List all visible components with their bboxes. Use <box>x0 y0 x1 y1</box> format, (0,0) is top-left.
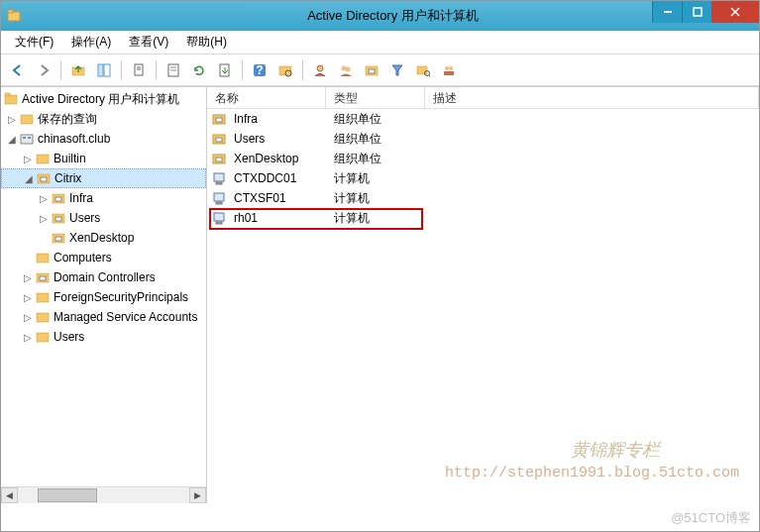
column-header-name[interactable]: 名称 <box>207 87 326 108</box>
tree-xendesktop[interactable]: XenDesktop <box>1 228 206 248</box>
show-hide-tree-button[interactable] <box>93 59 115 81</box>
list-cell-name: CTXSF01 <box>234 191 286 205</box>
tree-domain-controllers[interactable]: ▷ Domain Controllers <box>1 267 206 287</box>
expander-icon[interactable]: ▷ <box>21 292 35 303</box>
tree-builtin[interactable]: ▷ Builtin <box>1 149 206 168</box>
horizontal-scrollbar[interactable]: ◀ ▶ <box>1 486 206 503</box>
tree-label: XenDesktop <box>69 231 134 245</box>
window-title: Active Directory 用户和计算机 <box>27 7 759 25</box>
tree-label: Builtin <box>54 152 86 165</box>
list-cell-type: 计算机 <box>326 170 425 187</box>
find-button[interactable] <box>274 59 296 81</box>
properties-button[interactable] <box>163 59 184 81</box>
folder-icon <box>35 289 51 305</box>
up-folder-button[interactable] <box>67 59 89 81</box>
tree-saved-queries[interactable]: ▷ 保存的查询 <box>1 109 206 129</box>
filter-button[interactable] <box>386 59 408 81</box>
add-criteria-button[interactable] <box>438 59 460 81</box>
svg-rect-33 <box>21 115 33 124</box>
ou-icon <box>211 151 227 166</box>
minimize-button[interactable] <box>652 1 682 23</box>
tree-label: Users <box>69 211 100 225</box>
scroll-thumb[interactable] <box>38 488 97 502</box>
scroll-right-button[interactable]: ▶ <box>189 487 206 503</box>
list-row[interactable]: CTXDDC01计算机 <box>207 168 759 188</box>
svg-rect-39 <box>41 177 47 181</box>
expander-icon[interactable]: ▷ <box>5 114 19 125</box>
cut-button[interactable] <box>128 59 150 81</box>
tree-users-container[interactable]: ▷ Users <box>1 327 206 347</box>
maximize-button[interactable] <box>682 1 711 23</box>
tree-infra[interactable]: ▷ Infra <box>1 188 206 208</box>
menu-help[interactable]: 帮助(H) <box>178 31 235 53</box>
tree-label: Citrix <box>54 171 81 185</box>
tree-msa[interactable]: ▷ Managed Service Accounts <box>1 307 206 327</box>
tree-users-ou[interactable]: ▷ Users <box>1 208 206 228</box>
tree-label: Domain Controllers <box>54 270 156 284</box>
expander-icon[interactable] <box>37 233 51 244</box>
expander-icon[interactable]: ▷ <box>37 193 51 204</box>
list-row[interactable]: CTXSF01计算机 <box>207 188 759 208</box>
export-list-button[interactable] <box>214 59 236 81</box>
tree-label: 保存的查询 <box>38 111 97 128</box>
column-header-type[interactable]: 类型 <box>326 87 425 108</box>
ou-icon <box>211 131 227 147</box>
list-row[interactable]: Infra组织单位 <box>207 109 759 129</box>
list-row[interactable]: rh01计算机 <box>207 208 759 228</box>
list-row[interactable]: XenDesktop组织单位 <box>207 149 759 168</box>
ou-icon <box>51 190 66 206</box>
tree-label: Infra <box>69 191 93 205</box>
menu-action[interactable]: 操作(A) <box>63 31 119 53</box>
menu-view[interactable]: 查看(V) <box>121 31 176 53</box>
list-header: 名称 类型 描述 <box>207 87 759 109</box>
tree-label: Computers <box>54 251 112 265</box>
list-pane: 名称 类型 描述 Infra组织单位Users组织单位XenDesktop组织单… <box>207 87 759 503</box>
expander-icon[interactable]: ◢ <box>5 134 19 145</box>
expander-icon[interactable]: ◢ <box>22 173 36 184</box>
root-icon <box>3 91 19 107</box>
expander-icon[interactable]: ▷ <box>21 272 35 283</box>
svg-rect-34 <box>21 135 33 144</box>
svg-rect-59 <box>216 182 222 184</box>
back-button[interactable] <box>7 59 29 81</box>
list-cell-type: 组织单位 <box>326 111 425 128</box>
menu-file[interactable]: 文件(F) <box>7 31 61 53</box>
list-row[interactable]: Users组织单位 <box>207 129 759 149</box>
column-header-desc[interactable]: 描述 <box>425 87 759 108</box>
expander-icon[interactable]: ▷ <box>21 332 35 343</box>
expander-icon[interactable]: ▷ <box>21 312 35 323</box>
expander-icon[interactable]: ▷ <box>37 213 51 224</box>
expander-icon[interactable]: ▷ <box>21 154 35 164</box>
tree-root-label: Active Directory 用户和计算机 <box>22 91 179 108</box>
tree-root[interactable]: Active Directory 用户和计算机 <box>1 89 206 109</box>
svg-rect-53 <box>216 118 222 122</box>
search-button[interactable] <box>412 59 434 81</box>
footer-area <box>1 503 759 531</box>
new-group-button[interactable] <box>335 59 357 81</box>
list-cell-type: 组织单位 <box>326 151 425 167</box>
forward-button[interactable] <box>33 59 54 81</box>
titlebar: Active Directory 用户和计算机 <box>1 1 759 31</box>
tree-foreign-sp[interactable]: ▷ ForeignSecurityPrincipals <box>1 287 206 307</box>
svg-rect-24 <box>369 69 375 73</box>
svg-rect-62 <box>214 213 224 221</box>
svg-rect-57 <box>216 158 222 161</box>
tree-computers[interactable]: Computers <box>1 248 206 267</box>
new-user-button[interactable] <box>309 59 331 81</box>
expander-icon[interactable] <box>21 253 35 264</box>
tree-domain[interactable]: ◢ chinasoft.club <box>1 129 206 149</box>
close-button[interactable] <box>711 1 759 23</box>
computer-icon <box>211 190 227 206</box>
svg-rect-45 <box>55 237 61 241</box>
scroll-left-button[interactable]: ◀ <box>1 487 18 503</box>
tree-citrix[interactable]: ◢ Citrix <box>1 168 206 188</box>
new-ou-button[interactable] <box>361 59 382 81</box>
list-cell-name: CTXDDC01 <box>234 171 296 185</box>
folder-icon <box>19 111 35 127</box>
refresh-button[interactable] <box>188 59 210 81</box>
ou-icon <box>51 230 66 246</box>
ou-icon <box>211 111 227 127</box>
svg-point-22 <box>346 66 351 71</box>
help-button[interactable]: ? <box>249 59 271 81</box>
svg-rect-3 <box>694 8 702 16</box>
